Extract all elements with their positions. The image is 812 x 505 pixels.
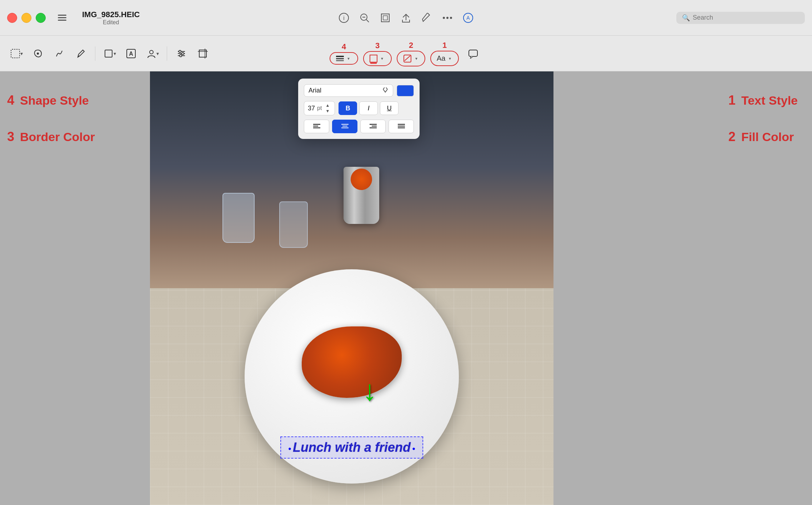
align-right-button[interactable] <box>360 120 386 133</box>
underline-label: U <box>387 105 392 112</box>
traffic-lights <box>7 13 46 23</box>
sketch-button[interactable] <box>50 44 69 63</box>
bold-button[interactable]: B <box>339 101 357 115</box>
selection-tool-button[interactable]: ▾ <box>7 44 26 63</box>
svg-text:A: A <box>129 51 133 57</box>
speech-bubble-button[interactable] <box>464 44 482 63</box>
font-selector[interactable]: Arial <box>304 84 393 97</box>
svg-line-7 <box>366 20 369 22</box>
titlebar-center-tools: i A <box>335 9 477 26</box>
toolbar: ▾ ▾ A ▾ <box>0 36 812 71</box>
align-center-button[interactable] <box>332 120 357 133</box>
photo-scene: ↓ • Lunch with a friend • Arial <box>150 71 553 505</box>
text-style-num: 1 <box>728 93 736 108</box>
crop-button[interactable] <box>194 44 212 63</box>
smart-lasso-button[interactable] <box>29 44 47 63</box>
text-style-buttons: B I U <box>339 101 399 115</box>
svg-rect-8 <box>381 14 389 22</box>
svg-point-27 <box>180 55 182 57</box>
fill-color-button[interactable]: ▾ <box>397 51 425 66</box>
filename-label: IMG_9825.HEIC <box>82 10 140 19</box>
caption-box[interactable]: • Lunch with a friend • <box>280 436 423 459</box>
shape-style-button[interactable]: ▾ <box>330 52 358 65</box>
text-style-button[interactable]: Aa ▾ <box>430 51 459 66</box>
label-button[interactable]: ▾ <box>143 44 162 63</box>
font-size-value: 37 <box>308 105 315 112</box>
titlebar-right: 🔍 <box>676 12 805 24</box>
svg-rect-1 <box>58 17 66 18</box>
fullscreen-button[interactable] <box>36 13 46 23</box>
metal-cup <box>344 167 379 224</box>
svg-point-21 <box>150 50 153 54</box>
shape-style-badge: 4 <box>342 42 346 51</box>
more-options-button[interactable] <box>439 9 456 26</box>
border-color-button[interactable]: ▾ <box>363 51 392 66</box>
right-annotations: 1 Text Style 2 Fill Color <box>728 93 798 166</box>
align-left-button[interactable] <box>304 120 329 133</box>
text-style-annotation: 1 Text Style <box>728 93 798 108</box>
border-color-annotation: 3 Border Color <box>7 129 95 144</box>
selection-chevron: ▾ <box>20 51 23 56</box>
svg-point-26 <box>182 52 184 55</box>
titlebar: IMG_9825.HEIC Edited i A 🔍 <box>0 0 812 36</box>
search-input[interactable] <box>693 14 799 21</box>
text-button[interactable]: A <box>122 44 140 63</box>
svg-rect-9 <box>383 16 387 20</box>
toolbar-center-buttons: 4 ▾ 3 ▾ 2 <box>330 41 482 66</box>
svg-point-16 <box>37 52 39 55</box>
font-color-swatch[interactable] <box>397 85 414 96</box>
align-right-icon <box>370 124 377 129</box>
text-style-label: Text Style <box>741 94 798 108</box>
sidebar-toggle-button[interactable] <box>53 9 71 27</box>
close-button[interactable] <box>7 13 17 23</box>
svg-point-11 <box>446 17 448 19</box>
fill-color-badge: 2 <box>409 41 413 50</box>
text-style-popover: Arial 37 pt ▲ ▼ <box>298 79 420 139</box>
svg-rect-18 <box>105 50 112 57</box>
fill-color-num: 2 <box>728 129 736 144</box>
font-size-up[interactable]: ▲ <box>324 103 331 108</box>
food <box>302 326 402 398</box>
svg-point-12 <box>450 17 452 19</box>
search-icon: 🔍 <box>682 14 690 22</box>
font-size-stepper[interactable]: ▲ ▼ <box>324 103 331 114</box>
font-size-group: 37 pt ▲ ▼ <box>304 101 335 115</box>
frame-button[interactable] <box>377 9 394 26</box>
fill-color-annotation: 2 Fill Color <box>728 129 798 144</box>
svg-rect-33 <box>469 50 477 56</box>
align-justify-button[interactable] <box>389 120 414 133</box>
person-icon-button[interactable]: A <box>460 9 477 26</box>
fill-color-arrow: ▾ <box>415 56 417 61</box>
toolbar-tools-group: ▾ ▾ A ▾ <box>7 44 212 63</box>
shape-style-arrow: ▾ <box>347 56 350 61</box>
green-arrow: ↓ <box>362 376 377 405</box>
toolbar-divider-2 <box>167 46 167 61</box>
caption-text[interactable]: Lunch with a friend <box>293 440 411 455</box>
shape-button[interactable]: ▾ <box>100 44 119 63</box>
toolbar-divider-1 <box>95 46 95 61</box>
pencil-edit-button[interactable] <box>418 9 435 26</box>
italic-button[interactable]: I <box>359 101 378 115</box>
zoom-out-button[interactable] <box>356 9 373 26</box>
edited-label: Edited <box>103 19 119 26</box>
info-button[interactable]: i <box>335 9 352 26</box>
adjustments-button[interactable] <box>172 44 191 63</box>
svg-point-10 <box>443 17 445 19</box>
main-area: 4 Shape Style 3 Border Color 1 Text Styl… <box>0 71 812 505</box>
underline-button[interactable]: U <box>380 101 399 115</box>
draw-button[interactable] <box>71 44 90 63</box>
svg-rect-28 <box>199 50 206 57</box>
font-size-unit: pt <box>317 105 322 111</box>
caption-dot-right: • <box>412 444 415 454</box>
svg-text:A: A <box>466 15 470 21</box>
align-left-icon <box>313 124 320 129</box>
left-annotations: 4 Shape Style 3 Border Color <box>7 93 95 166</box>
search-bar[interactable]: 🔍 <box>676 12 805 24</box>
text-style-icon: Aa <box>437 54 445 62</box>
share-button[interactable] <box>397 9 415 26</box>
popover-alignment-row <box>304 120 414 133</box>
minimize-button[interactable] <box>21 13 31 23</box>
svg-rect-2 <box>58 20 66 21</box>
border-color-label: Border Color <box>20 130 95 144</box>
font-size-down[interactable]: ▼ <box>324 109 331 114</box>
